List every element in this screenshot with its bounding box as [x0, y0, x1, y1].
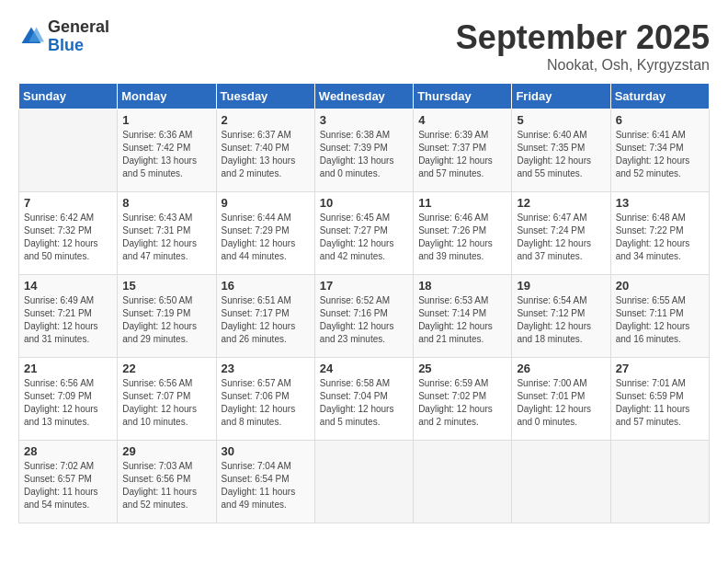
day-number: 6 [616, 113, 704, 127]
calendar-cell: 24 Sunrise: 6:58 AMSunset: 7:04 PMDaylig… [314, 358, 413, 441]
day-info: Sunrise: 6:42 AMSunset: 7:32 PMDaylight:… [24, 213, 98, 261]
page-header: General Blue September 2025 Nookat, Osh,… [18, 18, 710, 74]
calendar-cell: 16 Sunrise: 6:51 AMSunset: 7:17 PMDaylig… [216, 275, 314, 358]
calendar-cell: 6 Sunrise: 6:41 AMSunset: 7:34 PMDayligh… [610, 109, 709, 192]
calendar-cell: 23 Sunrise: 6:57 AMSunset: 7:06 PMDaylig… [216, 358, 314, 441]
calendar-header: Sunday Monday Tuesday Wednesday Thursday… [19, 84, 710, 109]
month-title: September 2025 [456, 18, 710, 57]
day-info: Sunrise: 6:57 AMSunset: 7:06 PMDaylight:… [222, 378, 296, 427]
location-text: Nookat, Osh, Kyrgyzstan [456, 57, 710, 74]
logo-general-text: General [48, 18, 109, 37]
day-number: 18 [418, 279, 506, 293]
day-info: Sunrise: 7:04 AMSunset: 6:54 PMDaylight:… [222, 461, 296, 510]
day-info: Sunrise: 6:50 AMSunset: 7:19 PMDaylight:… [122, 295, 197, 344]
day-info: Sunrise: 6:52 AMSunset: 7:16 PMDaylight:… [320, 295, 394, 344]
day-number: 2 [222, 113, 310, 127]
col-thursday: Thursday [414, 84, 512, 109]
day-info: Sunrise: 6:36 AMSunset: 7:42 PMDaylight:… [122, 130, 197, 178]
logo: General Blue [18, 18, 109, 55]
calendar-week-4: 28 Sunrise: 7:02 AMSunset: 6:57 PMDaylig… [19, 441, 710, 523]
calendar-cell: 2 Sunrise: 6:37 AMSunset: 7:40 PMDayligh… [216, 109, 314, 192]
col-friday: Friday [512, 84, 610, 109]
day-number: 17 [320, 279, 408, 293]
day-number: 3 [320, 113, 408, 127]
day-info: Sunrise: 6:55 AMSunset: 7:11 PMDaylight:… [616, 295, 690, 344]
title-block: September 2025 Nookat, Osh, Kyrgyzstan [456, 18, 710, 74]
day-info: Sunrise: 6:58 AMSunset: 7:04 PMDaylight:… [320, 378, 394, 427]
day-number: 16 [222, 279, 310, 293]
day-number: 29 [122, 444, 210, 458]
day-number: 25 [418, 362, 506, 375]
calendar-cell: 25 Sunrise: 6:59 AMSunset: 7:02 PMDaylig… [414, 358, 512, 441]
day-number: 23 [222, 362, 310, 375]
day-number: 19 [517, 279, 605, 293]
calendar-cell [610, 441, 709, 523]
calendar-cell [414, 441, 512, 523]
day-info: Sunrise: 6:39 AMSunset: 7:37 PMDaylight:… [418, 130, 493, 178]
day-number: 26 [517, 362, 605, 375]
day-info: Sunrise: 7:03 AMSunset: 6:56 PMDaylight:… [122, 461, 197, 510]
calendar-cell [512, 441, 610, 523]
day-info: Sunrise: 6:40 AMSunset: 7:35 PMDaylight:… [517, 130, 591, 178]
calendar-week-0: 1 Sunrise: 6:36 AMSunset: 7:42 PMDayligh… [19, 109, 710, 192]
day-info: Sunrise: 6:46 AMSunset: 7:26 PMDaylight:… [418, 213, 493, 261]
day-info: Sunrise: 6:48 AMSunset: 7:22 PMDaylight:… [616, 213, 690, 261]
calendar-cell: 10 Sunrise: 6:45 AMSunset: 7:27 PMDaylig… [314, 192, 413, 275]
day-info: Sunrise: 6:38 AMSunset: 7:39 PMDaylight:… [320, 130, 394, 178]
day-number: 4 [418, 113, 506, 127]
day-number: 21 [24, 362, 112, 375]
day-number: 30 [222, 444, 310, 458]
day-number: 27 [616, 362, 704, 375]
col-saturday: Saturday [610, 84, 709, 109]
day-info: Sunrise: 6:54 AMSunset: 7:12 PMDaylight:… [517, 295, 591, 344]
calendar-cell: 29 Sunrise: 7:03 AMSunset: 6:56 PMDaylig… [118, 441, 216, 523]
day-info: Sunrise: 6:47 AMSunset: 7:24 PMDaylight:… [517, 213, 591, 261]
day-number: 28 [24, 444, 112, 458]
calendar-week-2: 14 Sunrise: 6:49 AMSunset: 7:21 PMDaylig… [19, 275, 710, 358]
calendar-cell: 18 Sunrise: 6:53 AMSunset: 7:14 PMDaylig… [414, 275, 512, 358]
day-number: 7 [24, 196, 112, 210]
day-number: 14 [24, 279, 112, 293]
calendar-table: Sunday Monday Tuesday Wednesday Thursday… [18, 83, 710, 523]
calendar-cell: 7 Sunrise: 6:42 AMSunset: 7:32 PMDayligh… [19, 192, 118, 275]
day-info: Sunrise: 7:00 AMSunset: 7:01 PMDaylight:… [517, 378, 591, 427]
day-number: 12 [517, 196, 605, 210]
calendar-cell: 27 Sunrise: 7:01 AMSunset: 6:59 PMDaylig… [610, 358, 709, 441]
day-number: 8 [122, 196, 210, 210]
calendar-cell: 15 Sunrise: 6:50 AMSunset: 7:19 PMDaylig… [118, 275, 216, 358]
day-info: Sunrise: 6:53 AMSunset: 7:14 PMDaylight:… [418, 295, 493, 344]
calendar-cell: 8 Sunrise: 6:43 AMSunset: 7:31 PMDayligh… [118, 192, 216, 275]
day-info: Sunrise: 6:37 AMSunset: 7:40 PMDaylight:… [222, 130, 296, 178]
col-tuesday: Tuesday [216, 84, 314, 109]
calendar-cell: 17 Sunrise: 6:52 AMSunset: 7:16 PMDaylig… [314, 275, 413, 358]
day-number: 22 [122, 362, 210, 375]
calendar-cell: 1 Sunrise: 6:36 AMSunset: 7:42 PMDayligh… [118, 109, 216, 192]
day-info: Sunrise: 7:02 AMSunset: 6:57 PMDaylight:… [24, 461, 98, 510]
calendar-cell: 13 Sunrise: 6:48 AMSunset: 7:22 PMDaylig… [610, 192, 709, 275]
col-monday: Monday [118, 84, 216, 109]
day-number: 9 [222, 196, 310, 210]
day-number: 24 [320, 362, 408, 375]
calendar-body: 1 Sunrise: 6:36 AMSunset: 7:42 PMDayligh… [19, 109, 710, 523]
day-number: 11 [418, 196, 506, 210]
calendar-week-3: 21 Sunrise: 6:56 AMSunset: 7:09 PMDaylig… [19, 358, 710, 441]
day-number: 13 [616, 196, 704, 210]
day-number: 15 [122, 279, 210, 293]
calendar-cell: 5 Sunrise: 6:40 AMSunset: 7:35 PMDayligh… [512, 109, 610, 192]
logo-icon [18, 24, 44, 50]
day-info: Sunrise: 6:59 AMSunset: 7:02 PMDaylight:… [418, 378, 493, 427]
calendar-cell [19, 109, 118, 192]
calendar-week-1: 7 Sunrise: 6:42 AMSunset: 7:32 PMDayligh… [19, 192, 710, 275]
logo-text: General Blue [48, 18, 109, 55]
logo-blue-text: Blue [48, 37, 109, 55]
day-info: Sunrise: 6:51 AMSunset: 7:17 PMDaylight:… [222, 295, 296, 344]
calendar-cell: 20 Sunrise: 6:55 AMSunset: 7:11 PMDaylig… [610, 275, 709, 358]
calendar-cell [314, 441, 413, 523]
calendar-cell: 21 Sunrise: 6:56 AMSunset: 7:09 PMDaylig… [19, 358, 118, 441]
calendar-cell: 19 Sunrise: 6:54 AMSunset: 7:12 PMDaylig… [512, 275, 610, 358]
calendar-cell: 28 Sunrise: 7:02 AMSunset: 6:57 PMDaylig… [19, 441, 118, 523]
day-info: Sunrise: 6:41 AMSunset: 7:34 PMDaylight:… [616, 130, 690, 178]
day-info: Sunrise: 6:49 AMSunset: 7:21 PMDaylight:… [24, 295, 98, 344]
calendar-cell: 3 Sunrise: 6:38 AMSunset: 7:39 PMDayligh… [314, 109, 413, 192]
calendar-cell: 11 Sunrise: 6:46 AMSunset: 7:26 PMDaylig… [414, 192, 512, 275]
